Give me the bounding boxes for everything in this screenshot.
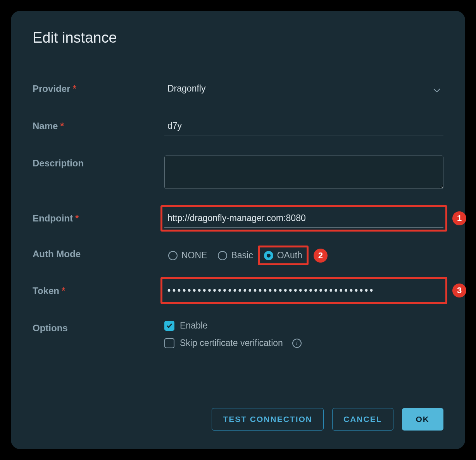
- edit-instance-modal: Edit instance Provider* Dragonfly Name* …: [11, 11, 465, 449]
- options-label: Options: [33, 320, 164, 334]
- auth-mode-row: Auth Mode NONE Basic 2 OAuth: [33, 246, 443, 265]
- auth-mode-none[interactable]: NONE: [164, 248, 211, 263]
- description-textarea[interactable]: [164, 156, 443, 189]
- checkbox-checked-icon: [164, 321, 174, 331]
- option-enable[interactable]: Enable: [164, 320, 443, 331]
- required-indicator: *: [62, 285, 65, 296]
- auth-mode-oauth[interactable]: 2 OAuth: [260, 248, 306, 263]
- required-indicator: *: [60, 121, 64, 131]
- cancel-button[interactable]: CANCEL: [332, 408, 393, 431]
- token-label: Token*: [33, 283, 164, 296]
- provider-label: Provider*: [33, 81, 164, 94]
- radio-icon: [218, 251, 227, 260]
- callout-token: 3: [160, 277, 447, 304]
- chevron-down-icon: [433, 87, 440, 91]
- callout-endpoint: 1: [160, 205, 447, 232]
- callout-number-1: 1: [452, 211, 466, 225]
- auth-mode-radio-group: NONE Basic 2 OAuth: [164, 246, 443, 265]
- auth-mode-basic[interactable]: Basic: [214, 248, 257, 263]
- auth-mode-label: Auth Mode: [33, 246, 164, 259]
- modal-title: Edit instance: [33, 29, 443, 46]
- option-skip-cert[interactable]: Skip certificate verification i: [164, 338, 443, 348]
- ok-button[interactable]: OK: [402, 408, 444, 431]
- callout-oauth: 2: [258, 246, 309, 265]
- info-icon[interactable]: i: [292, 339, 302, 348]
- options-row: Options Enable Skip certificate verifica…: [33, 320, 443, 348]
- token-row: Token* 3: [33, 283, 443, 300]
- required-indicator: *: [72, 83, 76, 94]
- name-label: Name*: [33, 118, 164, 131]
- callout-number-3: 3: [452, 284, 466, 297]
- description-label: Description: [33, 156, 164, 169]
- provider-value: Dragonfly: [167, 83, 205, 94]
- name-input[interactable]: [164, 118, 443, 135]
- name-row: Name*: [33, 118, 443, 135]
- required-indicator: *: [75, 213, 79, 223]
- endpoint-row: Endpoint* 1: [33, 211, 443, 228]
- button-row: TEST CONNECTION CANCEL OK: [212, 408, 443, 431]
- endpoint-label: Endpoint*: [33, 211, 164, 224]
- options-checkbox-group: Enable Skip certificate verification i: [164, 320, 443, 348]
- provider-row: Provider* Dragonfly: [33, 81, 443, 98]
- test-connection-button[interactable]: TEST CONNECTION: [212, 408, 324, 431]
- provider-select[interactable]: Dragonfly: [164, 81, 443, 98]
- radio-icon: [168, 251, 178, 260]
- checkbox-icon: [164, 338, 174, 348]
- description-row: Description: [33, 156, 443, 190]
- callout-number-2: 2: [314, 249, 328, 263]
